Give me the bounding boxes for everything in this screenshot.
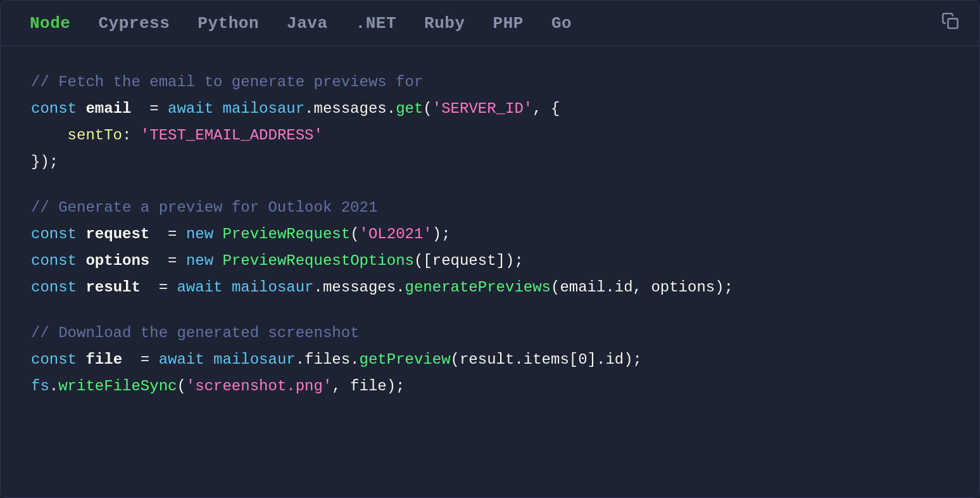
code-line-2: sentTo: 'TEST_EMAIL_ADDRESS' <box>31 122 949 149</box>
code-line-8: fs.writeFileSync('screenshot.png', file)… <box>31 373 949 400</box>
svg-rect-0 <box>948 18 958 28</box>
comment-line-1: // Fetch the email to generate previews … <box>31 69 949 96</box>
code-line-7: const file = await mailosaur.files.getPr… <box>31 347 949 373</box>
code-section-3: // Download the generated screenshot con… <box>31 320 949 400</box>
code-line-6: const result = await mailosaur.messages.… <box>31 274 949 301</box>
code-section-2: // Generate a preview for Outlook 2021 c… <box>31 195 949 301</box>
comment-line-3: // Download the generated screenshot <box>31 320 949 347</box>
tab-python[interactable]: Python <box>184 1 273 46</box>
comment-line-2: // Generate a preview for Outlook 2021 <box>31 195 949 221</box>
tab-java[interactable]: Java <box>273 1 342 46</box>
tab-dotnet[interactable]: .NET <box>342 1 411 46</box>
tab-go[interactable]: Go <box>537 1 586 46</box>
code-line-5: const options = new PreviewRequestOption… <box>31 248 949 274</box>
code-line-1: const email = await mailosaur.messages.g… <box>31 96 949 122</box>
tab-cypress[interactable]: Cypress <box>85 1 184 46</box>
tab-php[interactable]: PHP <box>479 1 537 46</box>
copy-icon[interactable] <box>936 7 964 40</box>
code-area: // Fetch the email to generate previews … <box>1 46 979 497</box>
tab-ruby[interactable]: Ruby <box>410 1 479 46</box>
code-line-4: const request = new PreviewRequest('OL20… <box>31 221 949 248</box>
tab-node[interactable]: Node <box>16 1 85 46</box>
code-panel: Node Cypress Python Java .NET Ruby PHP G… <box>0 0 980 498</box>
code-section-1: // Fetch the email to generate previews … <box>31 69 949 176</box>
tab-bar: Node Cypress Python Java .NET Ruby PHP G… <box>1 1 979 46</box>
code-line-3: }); <box>31 149 949 176</box>
